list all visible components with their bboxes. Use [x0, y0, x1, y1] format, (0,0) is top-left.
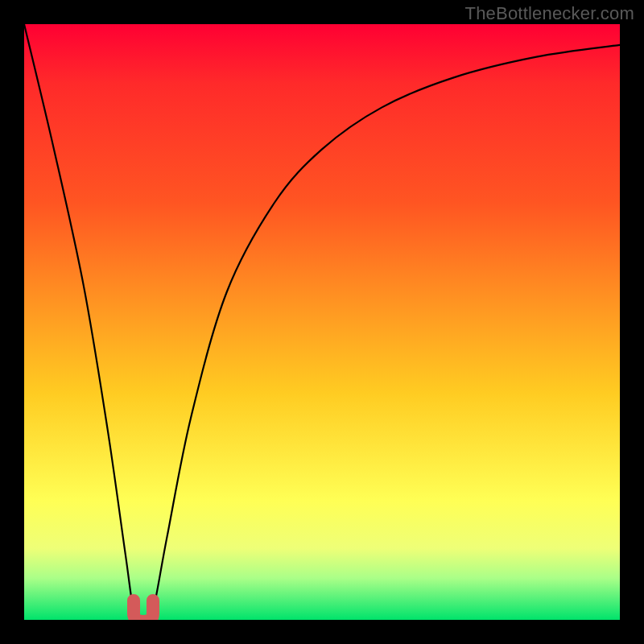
curve-svg: [24, 24, 620, 620]
attribution-text: TheBottlenecker.com: [465, 3, 634, 24]
plot-area: [24, 24, 620, 620]
minimum-marker: [134, 601, 153, 620]
bottleneck-curve: [24, 24, 620, 620]
chart-frame: TheBottlenecker.com: [0, 0, 644, 644]
